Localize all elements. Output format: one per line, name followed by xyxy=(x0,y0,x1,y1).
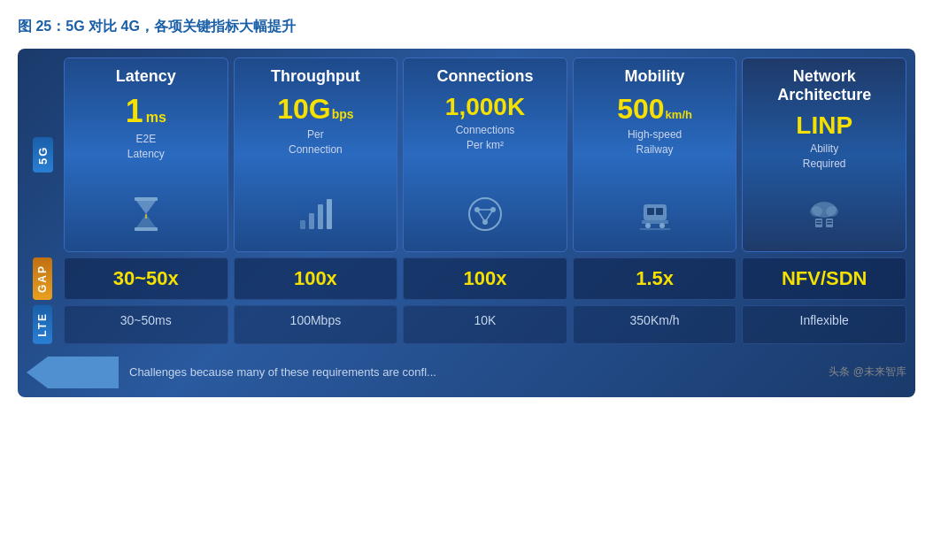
card-value-0: 1ms xyxy=(126,93,166,130)
card-desc-1: PerConnection xyxy=(289,127,343,157)
svg-point-19 xyxy=(659,223,665,228)
card-value-3: 500km/h xyxy=(617,93,692,126)
cols-lte: 30~50ms100Mbps10K350Km/hInflexible xyxy=(64,305,906,344)
svg-line-13 xyxy=(485,210,493,222)
svg-point-22 xyxy=(810,206,822,217)
card-header-1: Throughput xyxy=(271,67,360,86)
svg-rect-6 xyxy=(327,199,332,229)
card-value-4: LINP xyxy=(796,111,852,140)
svg-point-18 xyxy=(645,223,651,228)
label-gap: GAP xyxy=(27,257,58,300)
card-icon-4 xyxy=(804,194,844,242)
lte-badge: LTE xyxy=(33,305,52,344)
card-icon-0 xyxy=(126,194,166,242)
svg-rect-0 xyxy=(135,197,158,201)
arrow-body xyxy=(48,357,119,388)
card-value-1: 10Gbps xyxy=(277,93,353,126)
svg-rect-1 xyxy=(135,227,158,231)
label-lte: LTE xyxy=(27,305,58,344)
card-desc-2: ConnectionsPer km² xyxy=(456,123,515,153)
lte-cell-0: 30~50ms xyxy=(64,305,228,344)
5g-badge: 5G xyxy=(33,137,53,173)
lte-cell-2: 10K xyxy=(403,305,567,344)
svg-rect-3 xyxy=(300,220,305,229)
card-header-0: Latency xyxy=(116,67,176,86)
card-5g-3: Mobility 500km/h High-speedRailway xyxy=(573,58,737,252)
card-header-3: Mobility xyxy=(625,67,685,86)
card-5g-0: Latency 1ms E2ELatency xyxy=(64,58,228,252)
svg-rect-4 xyxy=(309,213,314,229)
svg-rect-27 xyxy=(816,223,821,225)
svg-rect-16 xyxy=(656,208,663,215)
row-5g: 5G Latency 1ms E2ELatency Throughput 10G… xyxy=(27,58,906,252)
lte-cell-4: Inflexible xyxy=(742,305,906,344)
page-title: 图 25：5G 对比 4G，各项关键指标大幅提升 xyxy=(18,18,915,36)
main-container: 5G Latency 1ms E2ELatency Throughput 10G… xyxy=(18,49,915,397)
watermark: 头条 @未来智库 xyxy=(829,364,906,380)
label-5g: 5G xyxy=(27,58,58,252)
gap-cell-4: NFV/SDN xyxy=(742,257,906,300)
card-5g-4: NetworkArchitecture LINP AbilityRequired xyxy=(742,58,906,252)
card-desc-3: High-speedRailway xyxy=(628,127,682,157)
svg-rect-5 xyxy=(318,204,323,229)
cols-gap: 30~50x100x100x1.5xNFV/SDN xyxy=(64,257,906,300)
svg-line-12 xyxy=(477,210,485,222)
svg-rect-29 xyxy=(827,223,832,225)
gap-cell-3: 1.5x xyxy=(573,257,737,300)
card-header-4: NetworkArchitecture xyxy=(777,67,871,104)
cols-5g: Latency 1ms E2ELatency Throughput 10Gbps… xyxy=(64,58,906,252)
card-desc-4: AbilityRequired xyxy=(803,142,846,172)
card-5g-1: Throughput 10Gbps PerConnection xyxy=(234,58,398,252)
card-icon-2 xyxy=(465,194,505,242)
card-icon-1 xyxy=(295,194,335,242)
card-header-2: Connections xyxy=(436,67,533,86)
row-lte: LTE 30~50ms100Mbps10K350Km/hInflexible xyxy=(27,305,906,344)
svg-rect-15 xyxy=(647,208,654,215)
card-desc-0: E2ELatency xyxy=(127,132,165,162)
gap-cell-2: 100x xyxy=(403,257,567,300)
challenge-text: Challenges because many of these require… xyxy=(129,365,821,379)
card-5g-2: Connections 1,000K ConnectionsPer km² xyxy=(403,58,567,252)
svg-rect-26 xyxy=(816,220,821,222)
gap-badge: GAP xyxy=(33,257,52,300)
row-gap: GAP 30~50x100x100x1.5xNFV/SDN xyxy=(27,257,906,300)
gap-cell-0: 30~50x xyxy=(64,257,228,300)
card-value-2: 1,000K xyxy=(445,93,525,121)
lte-cell-3: 350Km/h xyxy=(573,305,737,344)
bottom-bar: Challenges because many of these require… xyxy=(27,349,906,397)
arrow-left xyxy=(27,357,48,388)
svg-rect-14 xyxy=(644,204,667,220)
gap-cell-1: 100x xyxy=(234,257,398,300)
svg-point-23 xyxy=(826,206,838,217)
svg-rect-17 xyxy=(642,220,668,224)
svg-point-7 xyxy=(469,198,501,230)
card-icon-3 xyxy=(635,194,675,242)
svg-rect-28 xyxy=(827,220,832,222)
lte-cell-1: 100Mbps xyxy=(234,305,398,344)
